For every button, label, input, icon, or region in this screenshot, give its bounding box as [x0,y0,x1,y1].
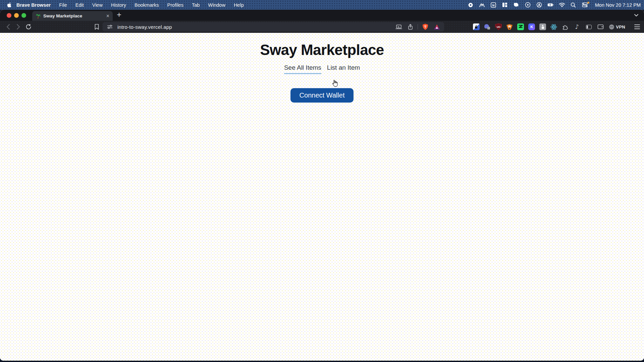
apple-menu[interactable] [6,2,11,8]
menu-profiles[interactable]: Profiles [167,2,183,8]
mascot-app-icon[interactable] [513,2,520,8]
new-tab-button[interactable]: + [117,11,121,20]
screen-record-icon[interactable] [468,2,474,8]
page-nav: See All Items List an Item [284,64,360,74]
window-controls [0,13,26,18]
extension-k-wallet-icon[interactable]: K [528,23,535,30]
nav-list-an-item[interactable]: List an Item [327,64,360,74]
reload-button[interactable] [24,23,33,31]
notification-dot [587,2,589,4]
menu-bar-status: N Mon Nov 20 7:12 PM [468,2,641,8]
open-in-app-icon[interactable] [395,23,403,31]
menu-bar: Brave Browser File Edit View History Boo… [0,0,644,10]
sidebar-toggle-icon[interactable] [585,23,592,31]
extension-purple-wallet-icon[interactable] [484,23,491,30]
desktop: { "menu_bar": { "items": ["Brave Browser… [0,0,644,362]
svg-text:N: N [492,3,495,7]
window-layout-icon[interactable] [502,2,508,8]
menu-app-name[interactable]: Brave Browser [16,2,51,8]
extension-gray-app-icon[interactable] [539,23,546,30]
battery-charging-icon[interactable] [547,2,554,8]
site-settings-icon[interactable] [106,23,114,31]
menu-file[interactable]: File [59,2,67,8]
extension-doc-lock-icon[interactable] [473,23,480,30]
menu-edit[interactable]: Edit [75,2,84,8]
share-icon[interactable] [406,23,414,31]
brave-shields-icon[interactable] [421,23,429,31]
tab-close-icon[interactable]: × [106,13,109,19]
browser-window: Sway Marketplace × + intro-to-sway.verce… [0,10,644,361]
arc-browser-icon[interactable] [479,2,485,8]
user-account-icon[interactable] [536,2,542,8]
url-text[interactable]: intro-to-sway.vercel.app [117,24,172,30]
extensions-puzzle-icon[interactable] [561,23,569,31]
divider [418,24,418,29]
control-center-icon[interactable] [582,2,588,8]
menu-window[interactable]: Window [208,2,225,8]
bookmark-icon[interactable] [93,23,101,31]
forward-button[interactable] [14,23,22,31]
brave-vpn-button[interactable]: VPN [609,24,625,29]
address-bar[interactable]: intro-to-sway.vercel.app [103,22,444,32]
wifi-icon[interactable] [559,2,565,8]
apple-icon [6,2,11,8]
tab-bar: Sway Marketplace × + [0,10,644,21]
minimize-window-button[interactable] [14,13,19,18]
brave-rewards-triangle-icon[interactable] [433,23,441,31]
menu-tab[interactable]: Tab [192,2,200,8]
menu-view[interactable]: View [92,2,103,8]
spotlight-search-icon[interactable] [570,2,577,8]
menubar-clock[interactable]: Mon Nov 20 7:12 PM [595,2,641,8]
extension-ublock-origin-icon[interactable]: UO [495,23,502,30]
notion-icon[interactable]: N [490,2,497,8]
tab-title: Sway Marketplace [43,13,82,18]
zoom-window-button[interactable] [21,13,26,18]
nav-see-all-items[interactable]: See All Items [284,64,321,74]
connect-wallet-button[interactable]: Connect Wallet [290,88,354,103]
menu-bookmarks[interactable]: Bookmarks [135,2,159,8]
tab-search-chevron-icon[interactable] [634,14,639,17]
extensions-cluster: UO K ♪ VPN [473,23,640,31]
close-window-button[interactable] [7,13,11,18]
palm-tree-favicon [36,13,41,19]
page-content: Sway Marketplace See All Items List an I… [0,33,644,361]
page-title: Sway Marketplace [260,42,384,58]
menu-history[interactable]: History [111,2,126,8]
vpn-status-icon [609,24,614,29]
extension-metamask-fox-icon[interactable] [506,23,513,30]
playlist-music-icon[interactable]: ♪ [573,23,581,31]
extension-green-z-app-icon[interactable] [517,23,524,30]
main-menu-icon[interactable] [634,24,640,29]
browser-toolbar: intro-to-sway.vercel.app UO [0,21,644,33]
menu-help[interactable]: Help [234,2,244,8]
back-button[interactable] [4,23,12,31]
play-circle-icon[interactable] [525,2,531,8]
extension-react-devtools-icon[interactable] [550,23,557,30]
tab-sway-marketplace[interactable]: Sway Marketplace × [32,11,113,21]
brave-wallet-icon[interactable] [597,23,604,31]
